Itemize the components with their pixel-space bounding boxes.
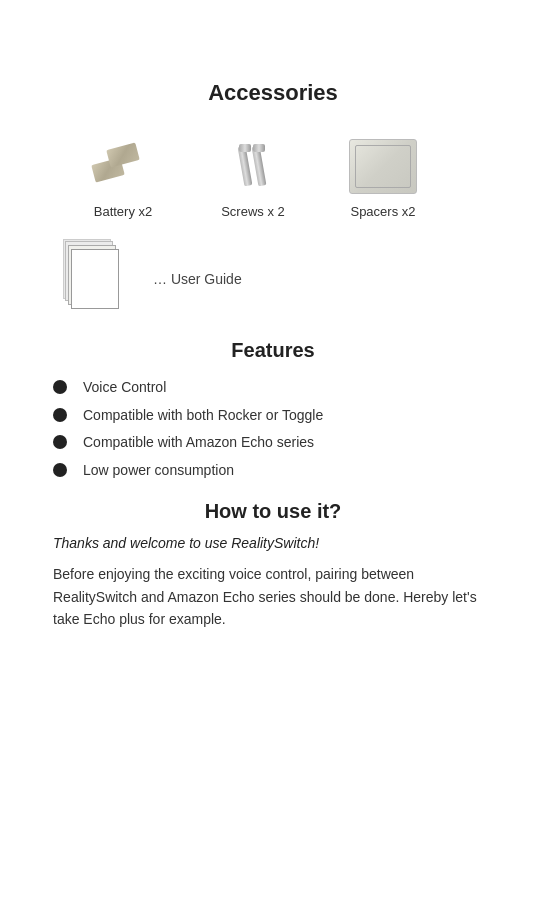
accessory-screws: Screws x 2 xyxy=(193,136,313,219)
intro-text: Thanks and welcome to use RealitySwitch! xyxy=(53,535,493,551)
bullet-icon-2 xyxy=(53,408,67,422)
guide-book-icon xyxy=(63,239,123,314)
accessories-grid: Battery x2 Screws x 2 Spacers x2 xyxy=(53,136,493,219)
accessory-spacers: Spacers x2 xyxy=(323,136,443,219)
accessories-title: Accessories xyxy=(53,80,493,106)
feature-item-1: Voice Control xyxy=(53,378,493,398)
features-title: Features xyxy=(53,339,493,362)
page-container: Accessories Battery x2 S xyxy=(33,0,513,909)
accessory-battery: Battery x2 xyxy=(63,136,183,219)
user-guide-image xyxy=(63,239,133,319)
battery-label: Battery x2 xyxy=(94,204,153,219)
screws-icon xyxy=(223,141,283,191)
spacers-icon xyxy=(349,139,417,194)
spacers-image xyxy=(343,136,423,196)
bullet-icon-4 xyxy=(53,463,67,477)
feature-text-2: Compatible with both Rocker or Toggle xyxy=(83,406,323,426)
features-list: Voice Control Compatible with both Rocke… xyxy=(53,378,493,480)
bullet-icon-1 xyxy=(53,380,67,394)
how-to-title: How to use it? xyxy=(53,500,493,523)
feature-item-3: Compatible with Amazon Echo series xyxy=(53,433,493,453)
user-guide-label: … User Guide xyxy=(153,271,242,287)
feature-text-4: Low power consumption xyxy=(83,461,234,481)
screws-label: Screws x 2 xyxy=(221,204,285,219)
battery-icon xyxy=(88,141,158,191)
user-guide-row: … User Guide xyxy=(63,239,493,319)
feature-text-3: Compatible with Amazon Echo series xyxy=(83,433,314,453)
spacers-label: Spacers x2 xyxy=(350,204,415,219)
battery-image xyxy=(83,136,163,196)
feature-item-2: Compatible with both Rocker or Toggle xyxy=(53,406,493,426)
feature-item-4: Low power consumption xyxy=(53,461,493,481)
body-text: Before enjoying the exciting voice contr… xyxy=(53,563,493,630)
bullet-icon-3 xyxy=(53,435,67,449)
feature-text-1: Voice Control xyxy=(83,378,166,398)
screws-image xyxy=(213,136,293,196)
